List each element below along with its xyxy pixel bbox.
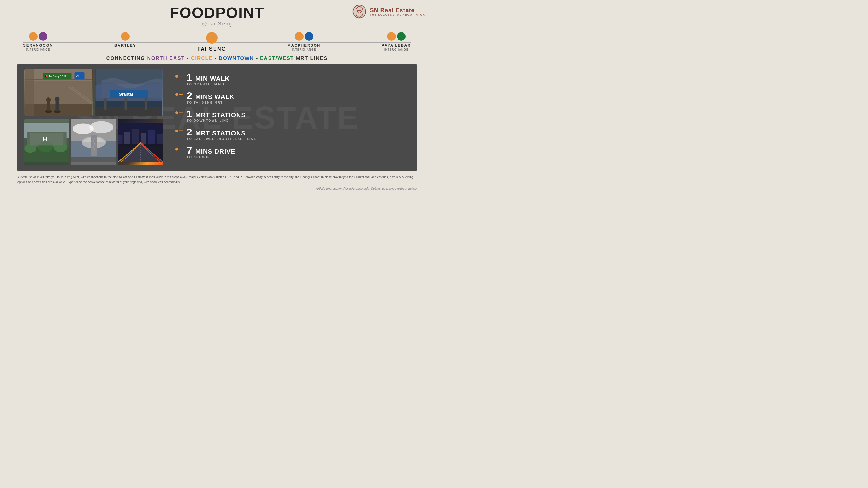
mrt-section: SERANGOON INTERCHANGE BARTLEY TAI SENG — [0, 29, 434, 52]
bullet-1: ●─ — [175, 73, 183, 79]
svg-rect-48 — [132, 129, 139, 144]
info-desc-4: TO EAST-WEST/NORTH-EAST LINE — [187, 137, 257, 140]
connecting-text: CONNECTING NORTH EAST - CIRCLE - DOWNTOW… — [0, 52, 434, 64]
station-paya-lebar-name: PAYA LEBAR — [382, 43, 411, 47]
sn-shield-icon — [352, 4, 367, 19]
svg-text:🚇 Tai Seng CC11: 🚇 Tai Seng CC11 — [45, 75, 66, 78]
connecting-downtown: DOWNTOWN — [219, 56, 254, 61]
bullet-4: ●─ — [175, 128, 183, 134]
sn-text: SN Real Estate THE SUCCESSFUL NEGOTIATOR — [370, 7, 425, 16]
station-paya-lebar-dots — [387, 32, 406, 41]
info-number-2: 2 MINS WALK — [187, 91, 235, 100]
bullet-3: ●─ — [175, 109, 183, 116]
info-number-4: 2 MRT STATIONS — [187, 127, 257, 137]
svg-rect-15 — [56, 101, 59, 111]
connecting-dash3: - — [254, 56, 260, 61]
station-macpherson-sub: INTERCHANGE — [292, 48, 316, 51]
info-text-5: 7 MINS DRIVE TO KPE/PIE — [187, 145, 236, 159]
station-tai-seng-dots — [206, 32, 218, 44]
station-macpherson: MACPHERSON INTERCHANGE — [288, 32, 320, 52]
bullet-2: ●─ — [175, 91, 183, 97]
disclaimer: Artist's Impression. For reference only.… — [0, 186, 434, 193]
green-building-svg: H — [24, 119, 69, 165]
photo-highway-placeholder — [118, 119, 163, 165]
svg-rect-27 — [145, 98, 147, 110]
station-bartley-dots — [121, 32, 130, 41]
grantal-mall-svg: Grantal — [95, 69, 163, 116]
dot-green-paya-lebar — [397, 32, 406, 41]
photos-top-row: 🚇 Tai Seng CC11 A1 — [24, 69, 163, 116]
mrt-line-container: SERANGOON INTERCHANGE BARTLEY TAI SENG — [23, 32, 411, 52]
station-serangoon-sub: INTERCHANGE — [26, 48, 50, 51]
info-item-5: ●─ 7 MINS DRIVE TO KPE/PIE — [175, 145, 410, 159]
photo-grantal-placeholder: Grantal — [95, 69, 163, 116]
bottom-description: A 2-minute walk will take you to Tai Sen… — [0, 171, 434, 186]
photo-mrt-placeholder: 🚇 Tai Seng CC11 A1 — [24, 69, 93, 116]
svg-rect-43 — [71, 157, 116, 162]
svg-text:Grantal: Grantal — [119, 92, 133, 97]
station-bartley: BARTLEY — [114, 32, 136, 52]
svg-rect-51 — [157, 134, 163, 144]
sn-subtitle: THE SUCCESSFUL NEGOTIATOR — [370, 13, 425, 16]
highway-svg — [118, 119, 163, 165]
station-macpherson-dots — [295, 32, 313, 41]
photo-highway — [118, 119, 163, 165]
connecting-east-west: EAST/WEST — [260, 56, 294, 61]
connecting-prefix: CONNECTING — [106, 56, 147, 61]
photo-dome — [71, 119, 116, 165]
station-serangoon-dots — [29, 32, 48, 41]
svg-rect-23 — [96, 69, 162, 84]
connecting-circle: CIRCLE — [191, 56, 213, 61]
svg-rect-46 — [118, 135, 123, 144]
info-item-3: ●─ 1 MRT STATIONS TO DOWNTOWN LINE — [175, 109, 410, 122]
station-paya-lebar-sub: INTERCHANGE — [384, 48, 408, 51]
station-serangoon-name: SERANGOON — [23, 43, 53, 47]
photo-dome-placeholder — [71, 119, 116, 165]
info-desc-2: TO TAI SENG MRT — [187, 101, 235, 104]
station-paya-lebar: PAYA LEBAR INTERCHANGE — [382, 32, 411, 52]
main-content: SN REAL ESTATE — [18, 64, 416, 171]
dot-orange-bartley — [121, 32, 130, 41]
photos-bottom-row: H — [24, 119, 163, 165]
info-text-1: 1 MIN WALK TO GRANTAL MALL — [187, 72, 230, 86]
info-item-2: ●─ 2 MINS WALK TO TAI SENG MRT — [175, 91, 410, 104]
logo-foodpoint: FOODPOINT — [169, 5, 264, 20]
info-text-3: 1 MRT STATIONS TO DOWNTOWN LINE — [187, 109, 246, 122]
dot-purple-serangoon — [39, 32, 48, 41]
connecting-dash1: - — [185, 56, 191, 61]
info-item-1: ●─ 1 MIN WALK TO GRANTAL MALL — [175, 72, 410, 86]
info-text-4: 2 MRT STATIONS TO EAST-WEST/NORTH-EAST L… — [187, 127, 257, 140]
dot-orange-tai-seng — [206, 32, 218, 44]
photo-mrt-interior: 🚇 Tai Seng CC11 A1 — [24, 69, 93, 116]
dot-orange-paya-lebar — [387, 32, 396, 41]
logo-area: FOODPOINT @Tai Seng — [169, 5, 264, 27]
info-text-2: 2 MINS WALK TO TAI SENG MRT — [187, 91, 235, 104]
svg-text:H: H — [42, 135, 47, 143]
info-panel: ●─ 1 MIN WALK TO GRANTAL MALL ●─ 2 MINS … — [169, 69, 410, 165]
connecting-suffix: MRT LINES — [294, 56, 328, 61]
mrt-interior-svg: 🚇 Tai Seng CC11 A1 — [24, 69, 93, 116]
bullet-5: ●─ — [175, 146, 183, 152]
svg-point-16 — [55, 97, 60, 101]
svg-rect-6 — [26, 69, 34, 116]
logo-point-text: POINT — [216, 4, 265, 21]
station-serangoon: SERANGOON INTERCHANGE — [23, 32, 53, 52]
info-number-1: 1 MIN WALK — [187, 72, 230, 82]
svg-rect-12 — [47, 101, 50, 111]
station-tai-seng-name: TAI SENG — [197, 46, 226, 52]
photo-green-building: H — [24, 119, 69, 165]
logo-subtitle: @Tai Seng — [169, 21, 264, 27]
station-macpherson-name: MACPHERSON — [288, 43, 320, 47]
svg-text:A1: A1 — [76, 75, 80, 77]
photos-grid: 🚇 Tai Seng CC11 A1 — [24, 69, 163, 165]
photo-building1-placeholder: H — [24, 119, 69, 165]
mrt-stations: SERANGOON INTERCHANGE BARTLEY TAI SENG — [23, 32, 411, 52]
station-bartley-name: BARTLEY — [114, 43, 136, 47]
svg-rect-25 — [104, 98, 107, 110]
dot-blue-macpherson — [305, 32, 313, 41]
dome-svg — [71, 119, 116, 165]
dot-orange-macpherson — [295, 32, 304, 41]
header: FOODPOINT @Tai Seng SN Real Estate THE S… — [0, 0, 434, 29]
sn-logo: SN Real Estate THE SUCCESSFUL NEGOTIATOR — [352, 4, 425, 19]
svg-rect-26 — [125, 98, 127, 110]
